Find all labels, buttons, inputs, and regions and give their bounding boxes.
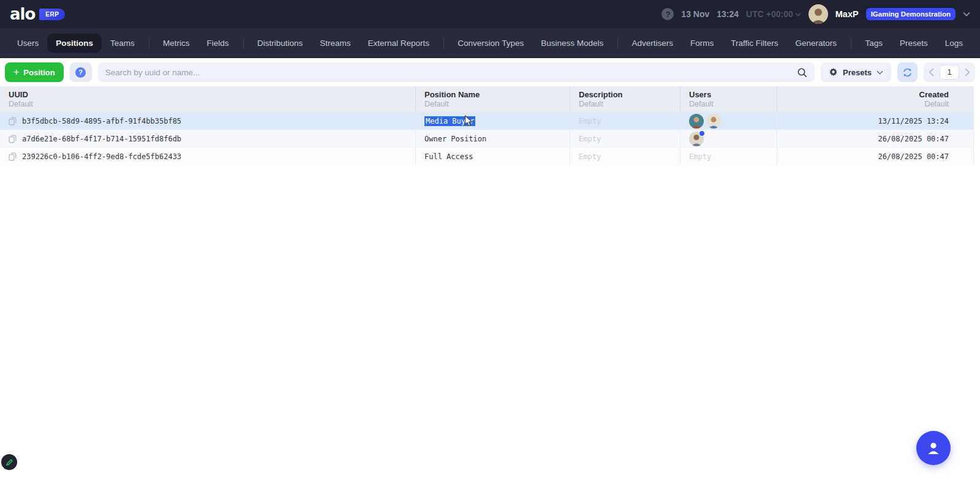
nav-tab-generators[interactable]: Generators xyxy=(787,34,846,53)
nav-tab-external-reports[interactable]: External Reports xyxy=(359,34,438,53)
main-nav: Users Positions Teams Metrics Fields Dis… xyxy=(0,28,980,58)
help-icon[interactable]: ? xyxy=(662,8,674,20)
nav-tab-tags[interactable]: Tags xyxy=(856,34,891,53)
top-header: alo ERP ? 13 Nov 13:24 UTC +00:00 MaxP I… xyxy=(0,0,980,28)
app-logo[interactable]: alo ERP xyxy=(10,5,65,23)
column-title: UUID xyxy=(9,90,407,99)
positions-table: UUID Default Position Name Default Descr… xyxy=(0,86,974,165)
page-number-input[interactable]: 1 xyxy=(940,65,959,80)
profile-fab-button[interactable] xyxy=(916,431,951,465)
account-chevron-down-icon[interactable] xyxy=(963,12,970,17)
user-avatar-online[interactable] xyxy=(689,132,704,146)
position-name-value-selected[interactable]: Media Buyer xyxy=(424,116,475,126)
user-avatar[interactable] xyxy=(809,4,828,24)
chevron-left-icon xyxy=(929,68,934,77)
nav-tab-business-models[interactable]: Business Models xyxy=(532,34,612,53)
gear-icon xyxy=(829,68,838,77)
add-position-label: Position xyxy=(23,68,55,77)
chevron-down-icon xyxy=(795,12,801,17)
add-position-button[interactable]: + Position xyxy=(5,62,64,82)
search-icon[interactable] xyxy=(797,67,807,78)
presets-button[interactable]: Presets xyxy=(821,62,891,82)
table-row[interactable]: 239226c0-b106-4ff2-9ed8-fcde5fb62433 Ful… xyxy=(0,148,973,165)
toolbar: + Position ? Presets 1 xyxy=(0,58,980,86)
description-empty: Empty xyxy=(579,117,601,125)
prev-page-button[interactable] xyxy=(929,68,934,77)
position-name-value: Owner Position xyxy=(424,135,486,143)
edit-widget-button[interactable] xyxy=(1,454,17,470)
nav-tab-conversion-types[interactable]: Conversion Types xyxy=(449,34,532,53)
column-header-created[interactable]: Created Default xyxy=(777,86,973,112)
position-name-value: Full Access xyxy=(424,152,473,161)
created-value: 26/08/2025 00:47 xyxy=(878,135,949,143)
search-input[interactable] xyxy=(105,68,797,77)
column-header-uuid[interactable]: UUID Default xyxy=(0,86,415,112)
created-value: 26/08/2025 00:47 xyxy=(878,152,949,161)
column-header-position-name[interactable]: Position Name Default xyxy=(415,86,570,112)
copy-icon[interactable] xyxy=(9,152,17,161)
column-header-description[interactable]: Description Default xyxy=(570,86,680,112)
online-indicator xyxy=(699,130,705,136)
nav-tab-advertisers[interactable]: Advertisers xyxy=(624,34,682,53)
logo-text: alo xyxy=(10,5,35,23)
refresh-button[interactable] xyxy=(897,62,918,82)
timezone-selector[interactable]: UTC +00:00 xyxy=(746,9,801,19)
column-title: Description xyxy=(579,90,671,99)
nav-tab-users[interactable]: Users xyxy=(9,34,47,53)
nav-tab-logs[interactable]: Logs xyxy=(937,34,971,53)
nav-tab-traffic-filters[interactable]: Traffic Filters xyxy=(722,34,786,53)
pencil-icon xyxy=(6,458,13,466)
header-date: 13 Nov xyxy=(681,9,709,19)
column-header-users[interactable]: Users Default xyxy=(680,86,777,112)
table-row[interactable]: b3f5dbcb-58d9-4895-afbf-91f4bb35bf85 Med… xyxy=(0,112,973,130)
column-subtitle: Default xyxy=(579,100,671,108)
column-title: Position Name xyxy=(424,90,561,99)
column-subtitle: Default xyxy=(9,100,407,108)
column-title: Users xyxy=(689,90,768,99)
person-icon xyxy=(925,440,941,456)
user-avatar[interactable] xyxy=(706,114,721,129)
next-page-button[interactable] xyxy=(965,68,970,77)
page-help-button[interactable]: ? xyxy=(70,62,92,82)
question-mark-icon: ? xyxy=(75,67,86,78)
user-avatar[interactable] xyxy=(689,114,704,129)
chevron-right-icon xyxy=(965,68,970,77)
nav-tab-distributions[interactable]: Distributions xyxy=(249,34,311,53)
nav-tab-teams[interactable]: Teams xyxy=(102,34,143,53)
nav-tab-positions[interactable]: Positions xyxy=(47,34,102,53)
nav-tab-presets[interactable]: Presets xyxy=(891,34,937,53)
workspace-badge[interactable]: IGaming Demonstration xyxy=(866,8,956,20)
plus-icon: + xyxy=(13,67,19,77)
username[interactable]: MaxP xyxy=(835,9,859,19)
description-empty: Empty xyxy=(579,152,601,161)
nav-tab-streams[interactable]: Streams xyxy=(311,34,359,53)
nav-tab-metrics[interactable]: Metrics xyxy=(154,34,198,53)
table-header-row: UUID Default Position Name Default Descr… xyxy=(0,86,973,112)
pagination: 1 xyxy=(924,62,975,82)
refresh-icon xyxy=(902,67,913,78)
presets-label: Presets xyxy=(843,68,872,77)
logo-erp-badge: ERP xyxy=(39,9,65,20)
column-subtitle: Default xyxy=(689,100,768,108)
table-row[interactable]: a7d6e21e-68bf-4f17-b714-15951fd8f6db Own… xyxy=(0,130,973,148)
timezone-label: UTC +00:00 xyxy=(746,9,793,19)
column-subtitle: Default xyxy=(424,100,561,108)
uuid-value: a7d6e21e-68bf-4f17-b714-15951fd8f6db xyxy=(22,135,181,143)
users-empty: Empty xyxy=(689,152,711,161)
uuid-value: 239226c0-b106-4ff2-9ed8-fcde5fb62433 xyxy=(22,152,181,161)
search-bar xyxy=(98,62,815,82)
uuid-value: b3f5dbcb-58d9-4895-afbf-91f4bb35bf85 xyxy=(22,117,181,125)
created-value: 13/11/2025 13:24 xyxy=(878,117,949,125)
description-empty: Empty xyxy=(579,135,601,143)
copy-icon[interactable] xyxy=(9,117,17,125)
column-title: Created xyxy=(919,90,949,99)
copy-icon[interactable] xyxy=(9,135,17,143)
header-time: 13:24 xyxy=(717,9,739,19)
nav-tab-forms[interactable]: Forms xyxy=(682,34,722,53)
nav-tab-fields[interactable]: Fields xyxy=(198,34,238,53)
chevron-down-icon xyxy=(876,70,883,75)
column-subtitle: Default xyxy=(924,100,949,108)
